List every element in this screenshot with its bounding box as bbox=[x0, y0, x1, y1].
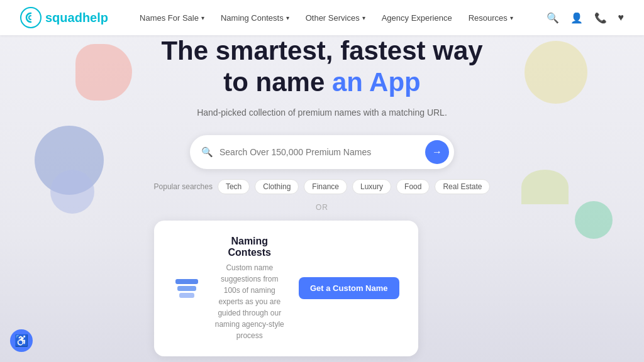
hero-content: The smartest, fastest way to name an App… bbox=[142, 35, 503, 356]
hero-title: The smartest, fastest way to name an App bbox=[154, 35, 491, 99]
nav-link[interactable]: Agency Experience bbox=[375, 9, 458, 26]
nav-link[interactable]: Names For Sale▾ bbox=[133, 9, 211, 26]
get-custom-name-button[interactable]: Get a Custom Name bbox=[299, 277, 399, 299]
tag-item[interactable]: Food bbox=[396, 179, 430, 194]
nav-icons: 🔍 👤 📞 ♥ bbox=[547, 12, 625, 24]
stack-layer-2 bbox=[177, 286, 196, 291]
decor-blob-pink bbox=[75, 44, 132, 101]
naming-contests-card: Naming Contests Custom name suggestions … bbox=[154, 221, 418, 356]
phone-icon[interactable]: 📞 bbox=[594, 12, 607, 24]
contest-title: Naming Contests bbox=[213, 236, 286, 258]
search-submit-button[interactable]: → bbox=[425, 140, 449, 164]
or-divider: OR bbox=[154, 203, 491, 212]
popular-tags: Popular searches TechClothingFinanceLuxu… bbox=[154, 179, 491, 194]
popular-searches-label: Popular searches bbox=[154, 182, 213, 191]
chevron-down-icon: ▾ bbox=[510, 14, 513, 21]
logo-circle bbox=[20, 7, 42, 28]
search-input[interactable] bbox=[219, 147, 425, 157]
decor-blob-yellow2 bbox=[521, 170, 569, 204]
contest-info: Naming Contests Custom name suggestions … bbox=[213, 236, 286, 341]
nav-link[interactable]: Other Services▾ bbox=[299, 9, 372, 26]
chevron-down-icon: ▾ bbox=[201, 14, 204, 21]
contest-stack-icon bbox=[173, 275, 201, 302]
chevron-down-icon: ▾ bbox=[362, 14, 365, 21]
accessibility-button[interactable]: ♿ bbox=[10, 329, 33, 352]
favorites-icon[interactable]: ♥ bbox=[618, 12, 625, 23]
decor-blob-green bbox=[575, 201, 613, 239]
search-icon[interactable]: 🔍 bbox=[547, 12, 559, 24]
tag-item[interactable]: Tech bbox=[218, 179, 250, 194]
hero-subtitle: Hand-picked collection of premium names … bbox=[154, 107, 491, 118]
accessibility-icon: ♿ bbox=[14, 334, 28, 348]
search-bar-icon: 🔍 bbox=[201, 146, 213, 158]
tag-item[interactable]: Luxury bbox=[352, 179, 391, 194]
nav-link[interactable]: Naming Contests▾ bbox=[214, 9, 296, 26]
navigation: squadhelp Names For Sale▾Naming Contests… bbox=[0, 0, 644, 35]
logo-text: squadhelp bbox=[45, 11, 108, 25]
hero-section: The smartest, fastest way to name an App… bbox=[0, 0, 644, 362]
chevron-down-icon: ▾ bbox=[286, 14, 289, 21]
nav-link[interactable]: Resources▾ bbox=[462, 9, 519, 26]
account-icon[interactable]: 👤 bbox=[570, 12, 583, 24]
contest-description: Custom name suggestions from 100s of nam… bbox=[213, 262, 286, 341]
tag-item[interactable]: Clothing bbox=[255, 179, 299, 194]
stack-layer-3 bbox=[179, 293, 194, 298]
tag-item[interactable]: Finance bbox=[304, 179, 347, 194]
decor-blob-yellow bbox=[525, 41, 587, 104]
nav-links: Names For Sale▾Naming Contests▾Other Ser… bbox=[133, 9, 546, 26]
search-bar: 🔍 → bbox=[190, 135, 454, 169]
stack-layer-1 bbox=[175, 279, 198, 284]
logo[interactable]: squadhelp bbox=[20, 7, 108, 28]
tag-item[interactable]: Real Estate bbox=[435, 179, 490, 194]
decor-blob-blue2 bbox=[50, 170, 94, 214]
